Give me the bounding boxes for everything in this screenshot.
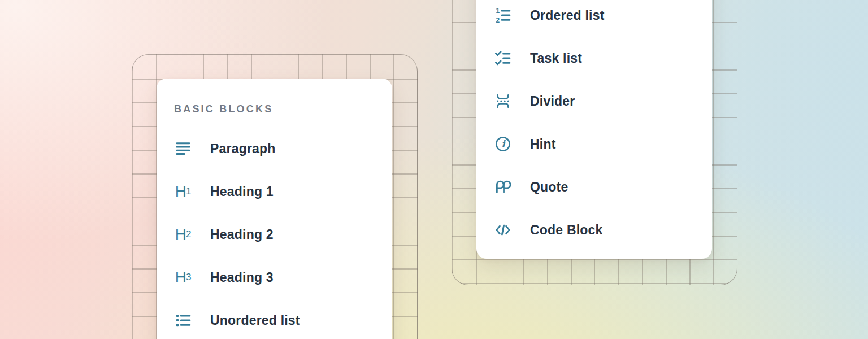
menu-item-task-list[interactable]: Task list <box>476 37 712 80</box>
task-list-icon <box>494 50 511 67</box>
menu-item-label: Divider <box>530 94 575 109</box>
menu-item-label: Heading 3 <box>210 270 274 285</box>
menu-item-paragraph[interactable]: Paragraph <box>157 127 392 170</box>
background-canvas: BASIC BLOCKS Paragraph H1 Heading 1 H2 H… <box>0 0 868 339</box>
menu-item-label: Paragraph <box>210 141 276 157</box>
menu-item-label: Ordered list <box>530 8 605 23</box>
heading-1-icon: H1 <box>175 183 192 200</box>
menu-item-label: Unordered list <box>210 313 300 328</box>
ordered-list-icon: 1 2 <box>494 7 511 24</box>
menu-item-label: Task list <box>530 51 582 66</box>
quote-icon <box>494 179 511 195</box>
code-block-icon <box>494 221 511 238</box>
more-blocks-menu: 1 2 Ordered list Task list <box>476 0 712 259</box>
heading-letter: H <box>175 269 186 286</box>
menu-item-unordered-list[interactable]: Unordered list <box>157 299 392 339</box>
ordered-digit-2: 2 <box>496 16 500 24</box>
ordered-digit-1: 1 <box>496 7 500 15</box>
menu-item-heading-2[interactable]: H2 Heading 2 <box>157 213 392 256</box>
heading-3-icon: H3 <box>175 269 192 286</box>
menu-item-code-block[interactable]: Code Block <box>476 208 712 251</box>
menu-item-label: Code Block <box>530 223 603 238</box>
heading-letter: H <box>175 183 186 200</box>
menu-item-heading-1[interactable]: H1 Heading 1 <box>157 170 392 213</box>
menu-item-hint[interactable]: i Hint <box>476 123 712 166</box>
unordered-list-icon <box>175 312 192 329</box>
menu-item-label: Heading 2 <box>210 227 274 242</box>
basic-blocks-menu: BASIC BLOCKS Paragraph H1 Heading 1 H2 H… <box>157 79 392 339</box>
menu-item-label: Heading 1 <box>210 184 274 199</box>
section-label: BASIC BLOCKS <box>174 103 392 115</box>
hint-icon: i <box>494 136 511 153</box>
heading-letter: H <box>175 226 186 243</box>
menu-item-label: Quote <box>530 180 568 195</box>
menu-item-label: Hint <box>530 137 556 152</box>
menu-item-divider[interactable]: Divider <box>476 80 712 123</box>
menu-item-quote[interactable]: Quote <box>476 166 712 208</box>
paragraph-icon <box>175 140 192 157</box>
divider-icon <box>494 93 511 110</box>
heading-2-icon: H2 <box>175 226 192 243</box>
menu-item-heading-3[interactable]: H3 Heading 3 <box>157 256 392 299</box>
hint-glyph: i <box>501 138 506 150</box>
menu-item-ordered-list[interactable]: 1 2 Ordered list <box>476 0 712 37</box>
